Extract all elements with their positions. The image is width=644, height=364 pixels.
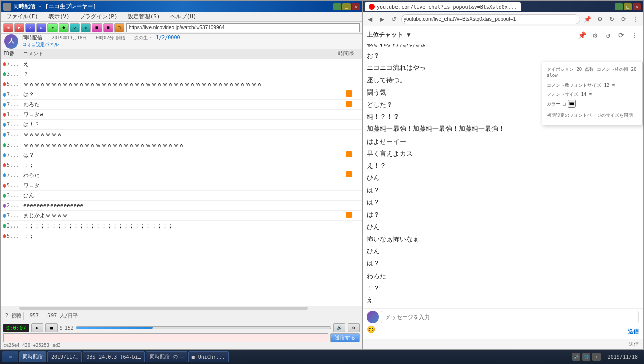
nav-btn-pink1[interactable]: ■ — [92, 23, 102, 32]
right-panel: youtube.com/live_chat?is_popout&v=BtsXst… — [363, 0, 644, 350]
browser-forward[interactable]: ▶ — [377, 14, 387, 24]
settings-divider-2 — [547, 110, 638, 110]
nav-btn-orange[interactable]: □ — [114, 23, 124, 32]
browser-maximize[interactable]: □ — [624, 3, 632, 10]
chat-header: 上位チャット ▼ 📌 ⚙ ↺ ⟳ ⋮ — [363, 26, 643, 44]
minimize-button[interactable]: _ — [333, 3, 341, 10]
nav-bookmark2[interactable]: ● — [59, 23, 69, 32]
table-row[interactable]: 3...；；；；；；；；；；；；；；；；；；；；；；；；；；； — [1, 221, 362, 231]
refresh-icon[interactable]: ↺ — [604, 31, 613, 40]
table-row[interactable]: 7...まじかよｗｗｗｗ — [1, 211, 362, 221]
start-button[interactable]: ⊞ — [2, 351, 18, 362]
table-row[interactable]: 5...ワロタ — [1, 180, 362, 191]
color-picker[interactable] — [568, 100, 576, 108]
menu-plugin[interactable]: プラグイン(P) — [77, 12, 121, 21]
user-info-bar: 人 同時配信 2019年11月18日 0時02分 開始 次の生： 1/2/000… — [1, 34, 362, 49]
browser-tab[interactable]: youtube.com/live_chat?is_popout&v=BtsXst… — [365, 2, 521, 11]
user-avatar: 人 — [4, 34, 18, 49]
taskbar-item-nicovideo[interactable]: 同時配信 — [19, 351, 46, 362]
browser-bookmark[interactable]: 📌 — [582, 14, 592, 24]
table-row[interactable]: 3...ｗｗｗｗｗｗｗｗｗｗｗｗｗｗｗｗｗｗｗｗｗｗｗｗｗｗｗｗｗ — [1, 140, 362, 150]
maximize-button[interactable]: □ — [342, 3, 351, 10]
tray-icon-3[interactable]: ⚡ — [592, 353, 601, 361]
browser-back[interactable]: ◀ — [365, 14, 375, 24]
chat-send-button[interactable]: 送信 — [628, 325, 639, 337]
url-input[interactable] — [126, 23, 360, 32]
browser-settings[interactable]: ⚙ — [595, 14, 605, 24]
settings-icon[interactable]: ⚙ — [590, 31, 600, 40]
comment-table-body[interactable]: 7...え3...？5...ｗｗｗｗｗｗｗｗｗｗｗｗｗｗｗｗｗｗｗｗｗｗｗｗｗｗ… — [1, 59, 362, 306]
table-row[interactable]: 7...わろた — [1, 170, 362, 180]
taskbar-item-obs[interactable]: OBS 24.0.3 (64-bi… — [83, 351, 144, 362]
broadcast-time: 0時02分 開始 — [96, 35, 125, 40]
table-row[interactable]: 3...ひん — [1, 191, 362, 201]
browser-sync[interactable]: ⟳ — [619, 14, 629, 24]
nav-btn-pink2[interactable]: ■ — [103, 23, 113, 32]
chat-header-title[interactable]: 上位チャット ▼ — [367, 31, 573, 39]
pin-icon[interactable]: 📌 — [577, 31, 586, 40]
progress-bar[interactable] — [76, 326, 331, 329]
table-row[interactable]: 7...わろた — [1, 100, 362, 110]
volume-button[interactable]: 🔊 — [333, 323, 345, 332]
comment-text-input[interactable] — [3, 333, 328, 342]
table-row[interactable]: 2...eeeeeeeeeeeeeeeeee — [1, 201, 362, 211]
horizontal-scrollbar[interactable] — [1, 306, 362, 310]
nav-refresh2[interactable]: ↻ — [81, 23, 91, 32]
nav-home[interactable]: ⌂ — [36, 23, 46, 32]
browser-refresh[interactable]: ↺ — [389, 14, 399, 24]
channel-settings-text[interactable]: コミュ設定パネル — [22, 42, 59, 47]
tray-icon-1[interactable]: 🔊 — [572, 353, 580, 361]
nav-bookmark1[interactable]: ★ — [47, 23, 58, 32]
stop-button[interactable]: ■ — [45, 323, 58, 332]
menu-file[interactable]: ファイル(F) — [3, 12, 41, 21]
chat-text-input[interactable] — [381, 311, 639, 323]
chat-message: はよせーイー — [367, 135, 639, 148]
table-row[interactable]: 7...は！？ — [1, 120, 362, 130]
close-button[interactable]: ✕ — [352, 3, 360, 10]
nav-buttons: ◀ ▶ ✕ ⌂ ★ ● ↺ ↻ ■ ■ □ — [3, 23, 124, 32]
table-row[interactable]: 1...ワロタw — [1, 110, 362, 120]
table-row[interactable]: 5...；； — [1, 160, 362, 170]
play-button[interactable]: ▶ — [31, 323, 43, 332]
browser-close[interactable]: ✕ — [633, 3, 641, 10]
menu-settings[interactable]: 設定管理(S) — [125, 12, 163, 21]
more-icon[interactable]: ⋮ — [630, 31, 639, 40]
settings-row-4: カラー □ — [547, 100, 638, 108]
comment-send-button[interactable]: 送信する — [330, 333, 360, 342]
menu-help[interactable]: ヘルプ(H) — [167, 12, 200, 21]
nav-refresh1[interactable]: ↺ — [70, 23, 80, 32]
browser-menu[interactable]: ⋮ — [631, 14, 641, 24]
user-label: 同時配信 — [22, 35, 42, 40]
menu-view[interactable]: 表示(V) — [45, 12, 73, 21]
table-row[interactable]: 3...？ — [1, 69, 362, 79]
next-link[interactable]: 1/2/0000 — [156, 35, 180, 40]
emoji-button[interactable]: 😊 — [367, 325, 379, 337]
tray-icon-2[interactable]: 🌐 — [582, 353, 590, 361]
comment-text: は？ — [21, 151, 336, 159]
taskbar-item-chrome[interactable]: ■ UniChr... — [188, 351, 229, 362]
taskbar-item-youtube[interactable]: 2019/11/… — [47, 351, 82, 362]
channel-settings-link[interactable]: コミュ設定パネル — [22, 41, 180, 48]
table-row[interactable]: 7...え — [1, 59, 362, 69]
nav-stop[interactable]: ✕ — [25, 23, 35, 32]
nav-back[interactable]: ◀ — [3, 23, 13, 32]
chat-message: 殺されかけたんだな — [367, 44, 639, 50]
browser-history[interactable]: ↻ — [607, 14, 617, 24]
taskbar-item-file[interactable]: 同時配信 の … — [146, 351, 187, 362]
comment-text: わろた — [21, 101, 336, 108]
settings-button[interactable]: ⚙ — [348, 323, 360, 332]
table-row[interactable]: 7...は？ — [1, 89, 362, 100]
comment-text: ；； — [21, 161, 336, 169]
table-row[interactable]: 7...は？ — [1, 150, 362, 160]
col-header-content: コメント — [21, 49, 336, 59]
table-row[interactable]: 5...；； — [1, 231, 362, 241]
table-row[interactable]: 5...ｗｗｗｗｗｗｗｗｗｗｗｗｗｗｗｗｗｗｗｗｗｗｗｗｗｗｗｗｗｗｗｗｗｗｗｗ… — [1, 79, 362, 89]
chat-message: ひん — [367, 172, 639, 184]
browser-minimize[interactable]: _ — [615, 3, 623, 10]
nav-forward[interactable]: ▶ — [14, 23, 24, 32]
browser-url-input[interactable] — [401, 14, 580, 24]
sync-icon[interactable]: ⟳ — [617, 31, 626, 40]
url-bar: ◀ ▶ ✕ ⌂ ★ ● ↺ ↻ ■ ■ □ — [1, 22, 362, 34]
comment-text: ；； — [21, 232, 336, 240]
table-row[interactable]: 7...ｗｗｗｗｗｗｗ — [1, 130, 362, 140]
